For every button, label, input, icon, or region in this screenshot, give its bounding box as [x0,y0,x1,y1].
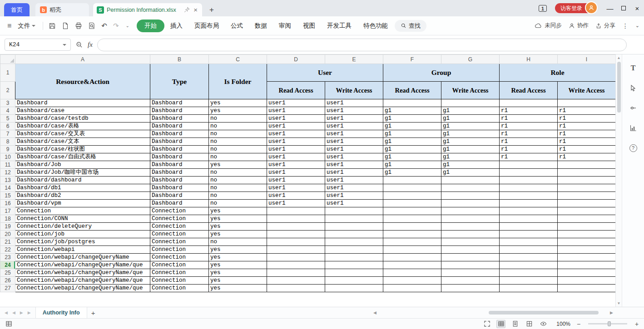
cell-E2[interactable]: Write Access [325,82,383,99]
row-header-20[interactable]: 20 [0,231,15,238]
cell-D9[interactable]: user1 [267,146,325,153]
cell-D3[interactable]: user1 [267,99,325,107]
adjust-tool-icon[interactable] [629,103,638,113]
cell-I20[interactable] [558,231,616,238]
row-header-14[interactable]: 14 [0,184,15,192]
print-icon[interactable] [75,22,82,29]
cell-B11[interactable]: Dashboard [150,161,209,169]
zoom-slider[interactable] [588,323,627,324]
cell-C19[interactable]: yes [209,223,267,231]
sync-status-button[interactable]: 未同步 [535,22,562,29]
scroll-right-icon[interactable]: ▶ [610,310,613,315]
cell-G3[interactable] [441,99,500,107]
cell-F6[interactable]: g1 [383,123,441,130]
cell-F3[interactable] [383,99,441,107]
ribbon-tab-审阅[interactable]: 审阅 [273,22,297,30]
row-header-26[interactable]: 26 [0,277,15,285]
cell-F10[interactable]: g1 [383,153,441,161]
share-button[interactable]: 分享 [595,22,615,29]
cell-I13[interactable] [558,177,616,184]
cell-E26[interactable] [325,277,383,285]
cell-E25[interactable] [325,269,383,277]
cell-A15[interactable]: Dashboard/db2 [15,192,150,200]
formula-input[interactable] [97,39,627,51]
column-header-I[interactable]: I [558,55,616,64]
cell-D6[interactable]: user1 [267,123,325,130]
cell-F8[interactable]: g1 [383,138,441,146]
row-header-5[interactable]: 5 [0,115,15,123]
cell-G10[interactable]: g1 [441,153,500,161]
cell-A5[interactable]: Dashboard/case/testdb [15,115,150,123]
ribbon-tab-公式[interactable]: 公式 [225,22,249,30]
select-all-button[interactable] [0,55,15,64]
cell-I3[interactable] [558,99,616,107]
cell-D15[interactable]: user1 [267,192,325,200]
cell-E3[interactable]: user1 [325,99,383,107]
chart-tool-icon[interactable] [629,123,638,133]
insert-function-button[interactable]: fx [88,41,93,49]
cell-E11[interactable]: user1 [325,161,383,169]
row-header-17[interactable]: 17 [0,207,15,215]
row-header-7[interactable]: 7 [0,130,15,138]
row-header-22[interactable]: 22 [0,246,15,254]
cell-A18[interactable]: Connection/CONN [15,215,150,223]
login-badge[interactable]: 访客登录 [555,3,596,13]
vertical-scrollbar-thumb[interactable] [617,62,621,113]
cell-C17[interactable]: yes [209,207,267,215]
cell-C3[interactable]: yes [209,99,267,107]
ribbon-tab-插入[interactable]: 插入 [164,22,188,30]
cell-C13[interactable]: no [209,177,267,184]
cell-E19[interactable] [325,223,383,231]
cell-D10[interactable]: user1 [267,153,325,161]
collaborate-button[interactable]: 协作 [569,22,589,29]
cell-H8[interactable]: r1 [500,138,558,146]
qat-dropdown-icon[interactable]: ⌄ [126,23,129,28]
cell-F21[interactable] [383,238,441,246]
page-break-view-icon[interactable] [525,320,534,328]
cell-A12[interactable]: Dashboard/Job/咖啡中国市场 [15,169,150,177]
cell-C21[interactable]: no [209,238,267,246]
cell-G23[interactable] [441,254,500,261]
column-header-E[interactable]: E [325,55,383,64]
cell-F17[interactable] [383,207,441,215]
zoom-out-icon[interactable] [75,41,83,49]
page-layout-view-icon[interactable] [510,320,520,328]
cell-I5[interactable]: r1 [558,115,616,123]
cell-B9[interactable]: Dashboard [150,146,209,153]
pin-icon[interactable] [184,7,190,13]
cell-A23[interactable]: Connection/webapi/changeQueryName [15,254,150,261]
cell-E5[interactable]: user1 [325,115,383,123]
cell-E22[interactable] [325,246,383,254]
cell-A16[interactable]: Dashboard/vpm [15,200,150,207]
ribbon-tab-active[interactable]: 开始 [137,20,164,32]
cell-D16[interactable]: user1 [267,200,325,207]
cell-C27[interactable]: yes [209,285,267,292]
cell-F20[interactable] [383,231,441,238]
column-header-G[interactable]: G [441,55,500,64]
cell-B14[interactable]: Dashboard [150,184,209,192]
cell-A1[interactable]: Resource&Action [15,64,150,99]
cell-G19[interactable] [441,223,500,231]
cell-E23[interactable] [325,254,383,261]
docer-tab[interactable]: b 稻壳 [35,3,89,16]
cell-I10[interactable]: r1 [558,153,616,161]
cell-C7[interactable]: no [209,130,267,138]
collapse-ribbon-icon[interactable]: ⌄ [635,23,639,29]
name-box[interactable]: K24 [5,39,71,51]
cell-A21[interactable]: Connection/job/postgres [15,238,150,246]
cell-I17[interactable] [558,207,616,215]
cell-H25[interactable] [500,269,558,277]
cell-D23[interactable] [267,254,325,261]
horizontal-scrollbar-track[interactable] [379,310,608,315]
menu-icon[interactable]: ≡ [5,22,14,30]
cell-B3[interactable]: Dashboard [150,99,209,107]
cell-A27[interactable]: Connection/webapi/changeQueryName/que [15,285,150,292]
cell-H26[interactable] [500,277,558,285]
cell-C9[interactable]: no [209,146,267,153]
zoom-out-button[interactable]: − [575,320,582,328]
cell-H18[interactable] [500,215,558,223]
add-sheet-button[interactable]: + [87,309,99,317]
cell-G9[interactable]: g1 [441,146,500,153]
cell-B12[interactable]: Dashboard [150,169,209,177]
print-preview-icon[interactable] [88,22,95,29]
